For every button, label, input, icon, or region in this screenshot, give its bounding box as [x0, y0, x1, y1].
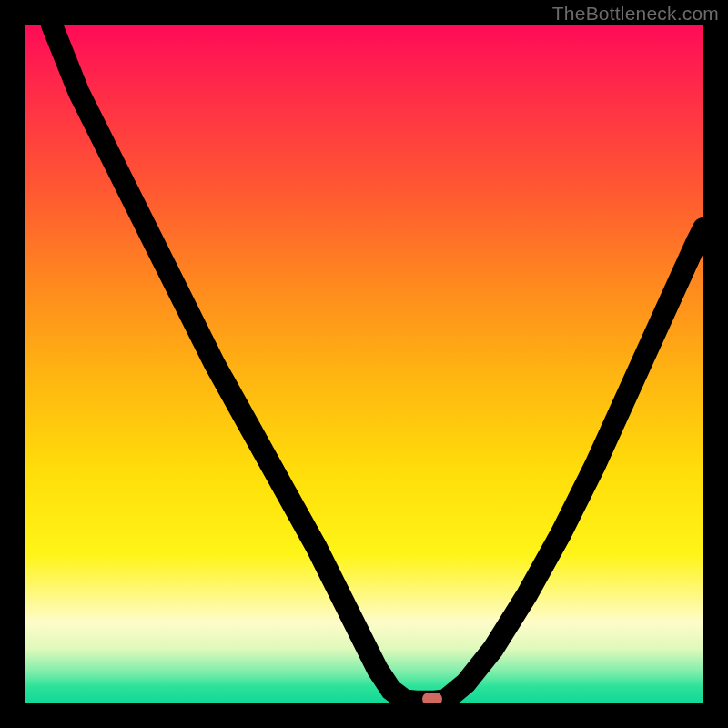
chart-frame: TheBottleneck.com [0, 0, 728, 728]
heat-gradient-background [25, 25, 703, 703]
plot-area [25, 25, 703, 703]
optimal-point-marker [422, 693, 442, 703]
attribution-text: TheBottleneck.com [552, 3, 719, 25]
